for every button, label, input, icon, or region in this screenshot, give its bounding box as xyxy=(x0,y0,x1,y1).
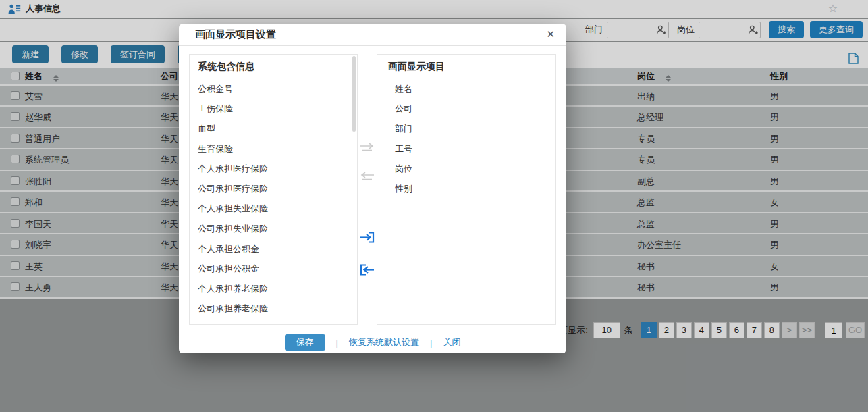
close-icon[interactable]: ✕ xyxy=(546,28,555,41)
available-item[interactable]: 生育保险 xyxy=(190,139,357,159)
available-items-title: 系统包含信息 xyxy=(190,55,357,78)
displayed-items-list: 姓名公司部门工号岗位性别 xyxy=(377,79,555,324)
available-item[interactable]: 血型 xyxy=(190,119,357,139)
modal-footer: 保存 | 恢复系统默认设置 | 关闭 xyxy=(179,334,566,351)
move-left-icon[interactable] xyxy=(359,172,375,182)
modal-header: 画面显示项目设置 ✕ xyxy=(179,24,566,46)
scrollbar-thumb[interactable] xyxy=(352,56,356,132)
modal-title: 画面显示项目设置 xyxy=(195,28,276,41)
move-all-left-icon[interactable] xyxy=(360,263,375,276)
available-item[interactable]: 公积金号 xyxy=(190,79,357,99)
available-item[interactable]: 公司承担公积金 xyxy=(190,259,357,279)
available-items-panel: 系统包含信息 公积金号工伤保险血型生育保险个人承担医疗保险公司承担医疗保险个人承… xyxy=(189,54,358,325)
available-item[interactable]: 公司承担失业保险 xyxy=(190,219,357,239)
available-item[interactable]: 个人承担公积金 xyxy=(190,239,357,259)
transfer-controls xyxy=(358,54,377,325)
available-item[interactable]: 公司承担医疗保险 xyxy=(190,179,357,199)
available-item[interactable]: 个人承担医疗保险 xyxy=(190,159,357,179)
restore-defaults-button[interactable]: 恢复系统默认设置 xyxy=(349,336,419,349)
displayed-item[interactable]: 姓名 xyxy=(377,79,555,99)
displayed-item[interactable]: 公司 xyxy=(377,99,555,120)
displayed-items-title: 画面显示项目 xyxy=(377,55,555,78)
displayed-items-panel: 画面显示项目 姓名公司部门工号岗位性别 xyxy=(377,54,556,325)
footer-separator: | xyxy=(430,338,432,348)
footer-separator: | xyxy=(336,338,338,348)
displayed-item[interactable]: 岗位 xyxy=(377,159,555,179)
save-button[interactable]: 保存 xyxy=(285,334,325,351)
available-item[interactable]: 个人承担失业保险 xyxy=(190,199,357,220)
available-item[interactable]: 公司承担养老保险 xyxy=(190,299,357,319)
move-right-icon[interactable] xyxy=(359,143,375,153)
available-items-list: 公积金号工伤保险血型生育保险个人承担医疗保险公司承担医疗保险个人承担失业保险公司… xyxy=(190,79,357,324)
available-item[interactable]: 薪资 xyxy=(190,319,357,324)
displayed-item[interactable]: 部门 xyxy=(377,119,555,139)
available-item[interactable]: 工伤保险 xyxy=(190,99,357,120)
available-item[interactable]: 个人承担养老保险 xyxy=(190,279,357,299)
display-items-modal: 画面显示项目设置 ✕ 系统包含信息 公积金号工伤保险血型生育保险个人承担医疗保险… xyxy=(179,24,566,353)
displayed-item[interactable]: 性别 xyxy=(377,179,555,199)
close-button[interactable]: 关闭 xyxy=(443,336,460,349)
displayed-item[interactable]: 工号 xyxy=(377,139,555,159)
move-all-right-icon[interactable] xyxy=(360,231,375,244)
